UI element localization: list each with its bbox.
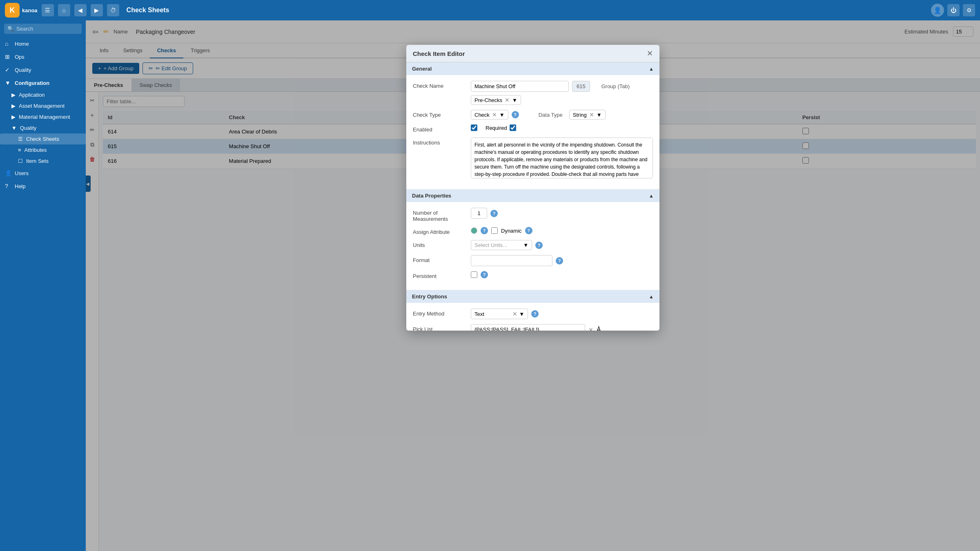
nav-back-button[interactable]: ◀ — [74, 4, 87, 16]
users-icon: 👤 — [5, 170, 11, 176]
instructions-textarea[interactable]: First, alert all personnel in the vicini… — [471, 138, 653, 178]
pick-list-input[interactable] — [471, 324, 585, 331]
check-type-select-container[interactable]: Check ✕ ▼ — [471, 110, 508, 120]
sidebar-item-users[interactable]: 👤 Users — [0, 167, 86, 180]
sidebar-item-label: Quality — [20, 125, 36, 131]
nav-forward-button[interactable]: ▶ — [91, 4, 103, 16]
attributes-icon: ≡ — [18, 147, 21, 153]
enabled-checkbox[interactable] — [471, 124, 477, 131]
assign-attribute-control: ? Dynamic ? — [471, 227, 653, 234]
required-checkbox-item: Required — [486, 124, 516, 131]
search-box[interactable]: 🔍 — [4, 24, 82, 34]
collapse-arrow-icon: ▲ — [649, 193, 654, 199]
chevron-down-icon: ▼ — [11, 125, 17, 131]
sidebar-item-label: Home — [15, 41, 29, 47]
sidebar-item-attributes[interactable]: ≡ Attributes — [0, 144, 86, 156]
data-type-value: String — [573, 112, 587, 118]
sidebar-item-label: Help — [15, 183, 26, 189]
sidebar-item-item-sets[interactable]: ☐ Item Sets — [0, 156, 86, 167]
entry-method-value: Text — [474, 311, 511, 317]
check-type-value: Check — [474, 112, 490, 118]
sidebar-item-label: Application — [19, 92, 45, 98]
data-type-select-container[interactable]: String ✕ ▼ — [569, 110, 606, 120]
data-type-clear-button[interactable]: ✕ — [589, 111, 594, 118]
entry-options-section-header[interactable]: Entry Options ▲ — [406, 290, 659, 303]
search-input[interactable] — [16, 26, 78, 32]
sidebar-item-home[interactable]: ⌂ Home — [0, 37, 86, 50]
sidebar-item-label: Item Sets — [26, 158, 49, 164]
persistent-control: ? — [471, 271, 653, 278]
sidebar-item-label: Material Management — [19, 114, 70, 120]
entry-method-clear-button[interactable]: ✕ — [512, 311, 517, 317]
data-properties-section-body: Number of Measurements ? Assign Attribut… — [406, 202, 659, 290]
units-help-button[interactable]: ? — [535, 242, 543, 249]
sidebar-item-material-management[interactable]: ▶ Material Management — [0, 111, 86, 122]
settings-button[interactable]: ⚙ — [963, 4, 975, 16]
format-row: Format ? — [413, 255, 653, 266]
sidebar-item-asset-management[interactable]: ▶ Asset Management — [0, 100, 86, 111]
spell-check-icon[interactable]: À — [597, 326, 601, 331]
dynamic-checkbox[interactable] — [491, 227, 498, 234]
persistent-help-button[interactable]: ? — [481, 271, 488, 278]
sidebar-item-ops[interactable]: ⊞ Ops — [0, 50, 86, 63]
required-checkbox[interactable] — [510, 124, 516, 131]
entry-method-select-container[interactable]: Text ✕ ▼ — [471, 309, 528, 319]
dynamic-help-button[interactable]: ? — [525, 227, 532, 234]
format-control: ? — [471, 255, 653, 266]
user-avatar[interactable]: 👤 — [931, 4, 944, 17]
nav-history-button[interactable]: ⏱ — [107, 4, 119, 16]
check-item-editor-modal: Check Item Editor ✕ General ▲ Check Name… — [406, 45, 659, 331]
modal-title: Check Item Editor — [413, 50, 465, 57]
entry-method-label: Entry Method — [413, 309, 466, 317]
home-button[interactable]: ⌂ — [58, 4, 70, 16]
sidebar-item-check-sheets[interactable]: ☰ Check Sheets — [0, 133, 86, 144]
modal-overlay: Check Item Editor ✕ General ▲ Check Name… — [86, 20, 980, 551]
data-properties-section-label: Data Properties — [412, 193, 451, 199]
data-type-label: Data Type — [539, 112, 563, 118]
logo-text: kanoa — [22, 7, 38, 13]
check-name-row: Check Name 615 Group (Tab) Pre-Checks ✕ … — [413, 81, 653, 105]
group-tab-select-container[interactable]: Pre-Checks ✕ ▼ — [471, 95, 521, 105]
check-name-input[interactable] — [471, 81, 569, 92]
attribute-color-dot[interactable] — [471, 227, 477, 234]
instructions-label: Instructions — [413, 138, 466, 146]
chevron-down-icon: ▼ — [523, 242, 528, 248]
home-icon: ⌂ — [5, 40, 11, 47]
data-properties-section-header[interactable]: Data Properties ▲ — [406, 189, 659, 202]
format-help-button[interactable]: ? — [556, 257, 563, 264]
group-tab-clear-button[interactable]: ✕ — [505, 97, 510, 103]
assign-attribute-help-button[interactable]: ? — [481, 227, 488, 234]
sidebar-item-quality-top[interactable]: ✓ Quality — [0, 63, 86, 76]
logo-icon: K — [5, 3, 20, 18]
sidebar-item-help[interactable]: ? Help — [0, 180, 86, 193]
page-title: Check Sheets — [127, 7, 169, 14]
units-select-container[interactable]: Select Units... ▼ — [471, 240, 532, 250]
pick-list-clear-button[interactable]: ✕ — [588, 327, 593, 331]
check-type-help-button[interactable]: ? — [512, 111, 519, 118]
top-header: K kanoa ☰ ⌂ ◀ ▶ ⏱ Check Sheets 👤 ⏻ ⚙ — [0, 0, 980, 20]
chevron-right-icon: ▶ — [11, 114, 16, 120]
num-measurements-input[interactable] — [471, 208, 487, 219]
sidebar-item-configuration[interactable]: ▼ Configuration — [0, 76, 86, 89]
entry-method-help-button[interactable]: ? — [531, 310, 539, 318]
format-input[interactable] — [471, 255, 552, 266]
logout-button[interactable]: ⏻ — [947, 4, 960, 16]
group-tab-label: Group (Tab) — [601, 83, 630, 89]
group-tab-value: Pre-Checks — [474, 97, 502, 103]
sidebar-item-quality[interactable]: ▼ Quality — [0, 122, 86, 133]
num-measurements-help-button[interactable]: ? — [490, 210, 498, 217]
instructions-control: First, alert all personnel in the vicini… — [471, 138, 653, 178]
sidebar-item-label: Quality — [15, 67, 31, 73]
assign-attribute-row: Assign Attribute ? Dynamic ? — [413, 227, 653, 235]
instructions-row: Instructions First, alert all personnel … — [413, 138, 653, 178]
hamburger-menu-button[interactable]: ☰ — [42, 4, 54, 16]
chevron-down-icon: ▼ — [499, 112, 505, 118]
modal-close-button[interactable]: ✕ — [647, 50, 653, 57]
entry-options-section-label: Entry Options — [412, 293, 447, 300]
check-type-clear-button[interactable]: ✕ — [492, 111, 497, 118]
general-section-header[interactable]: General ▲ — [406, 62, 659, 75]
entry-method-control: Text ✕ ▼ ? — [471, 309, 653, 319]
search-icon: 🔍 — [7, 26, 14, 32]
sidebar-item-application[interactable]: ▶ Application — [0, 89, 86, 100]
persistent-checkbox[interactable] — [471, 271, 477, 278]
